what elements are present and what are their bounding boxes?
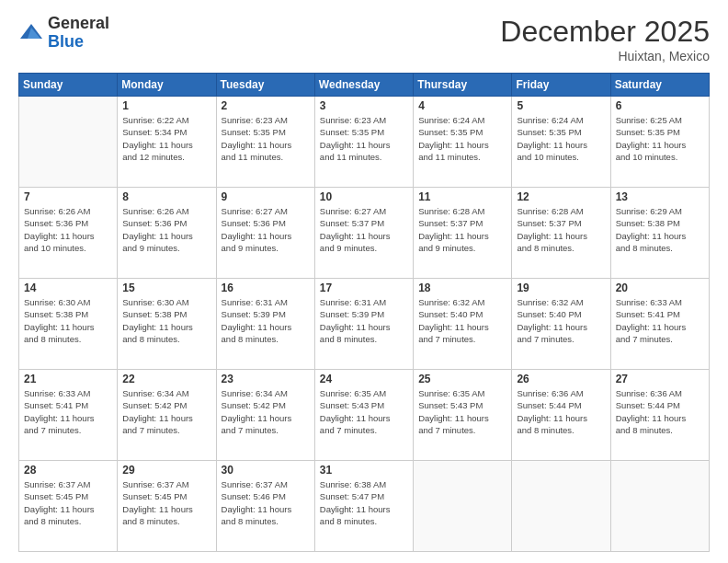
page: General Blue December 2025 Huixtan, Mexi… <box>0 0 728 563</box>
day-info: Sunrise: 6:22 AM Sunset: 5:34 PM Dayligh… <box>122 114 210 163</box>
day-info: Sunrise: 6:26 AM Sunset: 5:36 PM Dayligh… <box>24 205 112 254</box>
weekday-header-saturday: Saturday <box>610 74 709 97</box>
day-number: 21 <box>24 373 112 385</box>
calendar-cell: 8Sunrise: 6:26 AM Sunset: 5:36 PM Daylig… <box>118 188 216 279</box>
calendar-cell: 2Sunrise: 6:23 AM Sunset: 5:35 PM Daylig… <box>216 97 314 188</box>
day-number: 19 <box>517 282 605 294</box>
day-info: Sunrise: 6:28 AM Sunset: 5:37 PM Dayligh… <box>517 205 605 254</box>
day-number: 3 <box>320 99 408 112</box>
day-number: 29 <box>122 464 210 477</box>
day-info: Sunrise: 6:23 AM Sunset: 5:35 PM Dayligh… <box>320 114 408 163</box>
weekday-header-tuesday: Tuesday <box>216 74 314 97</box>
day-number: 4 <box>418 99 506 112</box>
calendar-table: SundayMondayTuesdayWednesdayThursdayFrid… <box>18 73 710 552</box>
calendar-week-row: 14Sunrise: 6:30 AM Sunset: 5:38 PM Dayli… <box>19 279 710 370</box>
calendar-cell: 27Sunrise: 6:36 AM Sunset: 5:44 PM Dayli… <box>610 370 709 461</box>
day-info: Sunrise: 6:33 AM Sunset: 5:41 PM Dayligh… <box>616 296 704 345</box>
day-info: Sunrise: 6:24 AM Sunset: 5:35 PM Dayligh… <box>517 114 605 163</box>
logo: General Blue <box>18 15 109 52</box>
weekday-header-wednesday: Wednesday <box>314 74 413 97</box>
calendar-cell: 19Sunrise: 6:32 AM Sunset: 5:40 PM Dayli… <box>512 279 610 370</box>
day-number: 1 <box>122 99 210 112</box>
day-info: Sunrise: 6:28 AM Sunset: 5:37 PM Dayligh… <box>418 205 506 254</box>
calendar-cell: 10Sunrise: 6:27 AM Sunset: 5:37 PM Dayli… <box>314 188 413 279</box>
calendar-cell: 17Sunrise: 6:31 AM Sunset: 5:39 PM Dayli… <box>314 279 413 370</box>
day-number: 22 <box>122 373 210 385</box>
day-info: Sunrise: 6:27 AM Sunset: 5:37 PM Dayligh… <box>320 205 408 254</box>
calendar-cell <box>610 461 709 552</box>
day-number: 10 <box>320 190 408 203</box>
day-number: 28 <box>24 464 112 477</box>
day-info: Sunrise: 6:32 AM Sunset: 5:40 PM Dayligh… <box>418 296 506 345</box>
calendar-cell: 29Sunrise: 6:37 AM Sunset: 5:45 PM Dayli… <box>118 461 216 552</box>
weekday-header-sunday: Sunday <box>19 74 118 97</box>
day-number: 5 <box>517 99 605 112</box>
day-number: 14 <box>24 282 112 294</box>
day-number: 25 <box>418 373 506 385</box>
logo-icon <box>18 20 44 46</box>
calendar-week-row: 28Sunrise: 6:37 AM Sunset: 5:45 PM Dayli… <box>19 461 710 552</box>
day-number: 26 <box>517 373 605 385</box>
day-info: Sunrise: 6:35 AM Sunset: 5:43 PM Dayligh… <box>418 387 506 436</box>
day-number: 12 <box>517 190 605 203</box>
calendar-week-row: 21Sunrise: 6:33 AM Sunset: 5:41 PM Dayli… <box>19 370 710 461</box>
title-block: December 2025 Huixtan, Mexico <box>500 15 710 63</box>
day-info: Sunrise: 6:37 AM Sunset: 5:45 PM Dayligh… <box>122 478 210 527</box>
day-info: Sunrise: 6:29 AM Sunset: 5:38 PM Dayligh… <box>616 205 704 254</box>
day-info: Sunrise: 6:23 AM Sunset: 5:35 PM Dayligh… <box>222 114 310 163</box>
day-number: 20 <box>616 282 704 294</box>
calendar-cell: 1Sunrise: 6:22 AM Sunset: 5:34 PM Daylig… <box>118 97 216 188</box>
day-info: Sunrise: 6:35 AM Sunset: 5:43 PM Dayligh… <box>320 387 408 436</box>
day-info: Sunrise: 6:27 AM Sunset: 5:36 PM Dayligh… <box>222 205 310 254</box>
weekday-header-monday: Monday <box>118 74 216 97</box>
day-info: Sunrise: 6:34 AM Sunset: 5:42 PM Dayligh… <box>222 387 310 436</box>
day-info: Sunrise: 6:25 AM Sunset: 5:35 PM Dayligh… <box>616 114 704 163</box>
day-info: Sunrise: 6:31 AM Sunset: 5:39 PM Dayligh… <box>320 296 408 345</box>
calendar-cell: 22Sunrise: 6:34 AM Sunset: 5:42 PM Dayli… <box>118 370 216 461</box>
calendar-cell: 30Sunrise: 6:37 AM Sunset: 5:46 PM Dayli… <box>216 461 314 552</box>
logo-blue: Blue <box>48 32 84 51</box>
calendar-cell <box>512 461 610 552</box>
day-number: 16 <box>222 282 310 294</box>
calendar-cell: 3Sunrise: 6:23 AM Sunset: 5:35 PM Daylig… <box>314 97 413 188</box>
logo-text: General Blue <box>48 15 109 52</box>
day-number: 31 <box>320 464 408 477</box>
calendar-cell: 5Sunrise: 6:24 AM Sunset: 5:35 PM Daylig… <box>512 97 610 188</box>
day-info: Sunrise: 6:34 AM Sunset: 5:42 PM Dayligh… <box>122 387 210 436</box>
calendar-cell: 20Sunrise: 6:33 AM Sunset: 5:41 PM Dayli… <box>610 279 709 370</box>
day-info: Sunrise: 6:30 AM Sunset: 5:38 PM Dayligh… <box>122 296 210 345</box>
header: General Blue December 2025 Huixtan, Mexi… <box>18 15 710 63</box>
day-info: Sunrise: 6:37 AM Sunset: 5:45 PM Dayligh… <box>24 478 112 527</box>
calendar-cell: 25Sunrise: 6:35 AM Sunset: 5:43 PM Dayli… <box>414 370 512 461</box>
calendar-cell: 9Sunrise: 6:27 AM Sunset: 5:36 PM Daylig… <box>216 188 314 279</box>
location: Huixtan, Mexico <box>500 49 710 63</box>
calendar-cell: 4Sunrise: 6:24 AM Sunset: 5:35 PM Daylig… <box>414 97 512 188</box>
day-number: 6 <box>616 99 704 112</box>
day-info: Sunrise: 6:31 AM Sunset: 5:39 PM Dayligh… <box>222 296 310 345</box>
weekday-header-thursday: Thursday <box>414 74 512 97</box>
day-info: Sunrise: 6:26 AM Sunset: 5:36 PM Dayligh… <box>122 205 210 254</box>
day-info: Sunrise: 6:38 AM Sunset: 5:47 PM Dayligh… <box>320 478 408 527</box>
day-info: Sunrise: 6:24 AM Sunset: 5:35 PM Dayligh… <box>418 114 506 163</box>
calendar-cell: 14Sunrise: 6:30 AM Sunset: 5:38 PM Dayli… <box>19 279 118 370</box>
calendar-week-row: 7Sunrise: 6:26 AM Sunset: 5:36 PM Daylig… <box>19 188 710 279</box>
day-number: 23 <box>222 373 310 385</box>
calendar-cell: 13Sunrise: 6:29 AM Sunset: 5:38 PM Dayli… <box>610 188 709 279</box>
calendar-week-row: 1Sunrise: 6:22 AM Sunset: 5:34 PM Daylig… <box>19 97 710 188</box>
weekday-header-row: SundayMondayTuesdayWednesdayThursdayFrid… <box>19 74 710 97</box>
day-number: 30 <box>222 464 310 477</box>
day-number: 7 <box>24 190 112 203</box>
calendar-cell: 6Sunrise: 6:25 AM Sunset: 5:35 PM Daylig… <box>610 97 709 188</box>
calendar-cell: 24Sunrise: 6:35 AM Sunset: 5:43 PM Dayli… <box>314 370 413 461</box>
day-number: 24 <box>320 373 408 385</box>
day-info: Sunrise: 6:37 AM Sunset: 5:46 PM Dayligh… <box>222 478 310 527</box>
day-number: 13 <box>616 190 704 203</box>
logo-general: General <box>48 14 109 32</box>
day-number: 18 <box>418 282 506 294</box>
day-number: 27 <box>616 373 704 385</box>
calendar-cell: 21Sunrise: 6:33 AM Sunset: 5:41 PM Dayli… <box>19 370 118 461</box>
calendar-cell: 7Sunrise: 6:26 AM Sunset: 5:36 PM Daylig… <box>19 188 118 279</box>
calendar-cell: 16Sunrise: 6:31 AM Sunset: 5:39 PM Dayli… <box>216 279 314 370</box>
calendar-cell: 15Sunrise: 6:30 AM Sunset: 5:38 PM Dayli… <box>118 279 216 370</box>
day-number: 8 <box>122 190 210 203</box>
